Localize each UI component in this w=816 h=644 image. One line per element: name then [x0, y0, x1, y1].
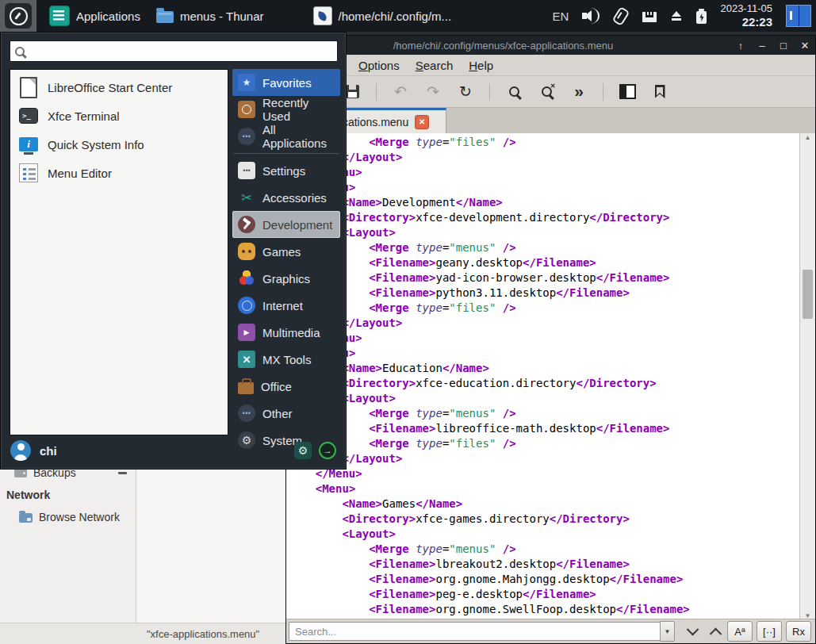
- battery-icon[interactable]: [696, 11, 707, 24]
- minimize-button[interactable]: –: [757, 40, 768, 52]
- menu-editor-icon: [19, 163, 38, 182]
- code-line: <Merge type="files" />: [289, 135, 799, 150]
- category-label: All Applications: [262, 123, 336, 150]
- find-button[interactable]: [504, 82, 524, 102]
- code-line: </Layout>: [289, 316, 799, 331]
- app-item-menu-editor[interactable]: Menu Editor: [10, 159, 228, 187]
- category-development[interactable]: Development: [232, 211, 340, 238]
- scroll-up-icon[interactable]: ▲: [800, 134, 815, 141]
- search-history-dropdown[interactable]: ▼: [660, 621, 675, 642]
- logout-icon[interactable]: →: [319, 442, 336, 459]
- clock-time: 22:23: [720, 15, 772, 29]
- category-games[interactable]: Games: [232, 238, 340, 265]
- category-label: Office: [261, 380, 292, 393]
- code-area[interactable]: <Merge type="files" /> </Layout> </Menu>…: [286, 133, 799, 620]
- save-icon: [346, 85, 359, 98]
- app-label: Menu Editor: [48, 167, 112, 180]
- all-settings-icon[interactable]: ⚙: [294, 442, 312, 459]
- category-label: Settings: [262, 164, 305, 178]
- regex-button[interactable]: Rx: [786, 621, 811, 642]
- menu-options[interactable]: Options: [351, 57, 407, 74]
- shade-button[interactable]: ↑: [735, 40, 746, 52]
- category-label: Games: [262, 245, 301, 259]
- category-mx-tools[interactable]: MX Tools: [232, 346, 340, 373]
- code-line: <Merge type="menus" />: [289, 542, 799, 557]
- workspace-2[interactable]: [799, 6, 811, 26]
- top-panel: Applications menus - Thunar /home/chi/.c…: [0, 0, 816, 32]
- category-favorites[interactable]: Favorites: [232, 69, 340, 96]
- tab-bar: xfce-applications.menu ✕: [286, 108, 815, 135]
- menu-footer: chi ⚙ →: [1, 437, 346, 464]
- menu-button[interactable]: [0, 0, 36, 32]
- category-multimedia[interactable]: Multimedia: [232, 319, 340, 346]
- maximize-button[interactable]: □: [778, 40, 789, 52]
- applications-button[interactable]: Applications: [41, 0, 148, 32]
- unmount-icon[interactable]: [118, 472, 127, 474]
- redo-button[interactable]: ↷: [423, 82, 443, 102]
- vertical-scrollbar[interactable]: ▲ ▼: [799, 133, 815, 620]
- editor-menubar: OptionsSearchHelp: [286, 55, 815, 76]
- category-recently-used[interactable]: Recently Used: [232, 96, 340, 123]
- find-icon: [509, 86, 519, 97]
- category-label: Other: [262, 407, 293, 420]
- category-accessories[interactable]: Accessories: [232, 184, 340, 211]
- reload-button[interactable]: ↻: [455, 82, 476, 102]
- taskbar-item-mousepad[interactable]: /home/chi/.config/m...: [305, 0, 460, 32]
- category-all-applications[interactable]: All Applications: [232, 123, 340, 150]
- category-settings[interactable]: Settings: [232, 157, 340, 184]
- workspace-1[interactable]: [787, 6, 799, 26]
- code-line: </Menu>: [289, 165, 799, 180]
- clipboard-icon[interactable]: [612, 6, 630, 25]
- task-label: menus - Thunar: [180, 10, 264, 23]
- menu-search-input[interactable]: [29, 44, 332, 59]
- code-line: <Filename>yad-icon-browser.desktop</File…: [289, 270, 799, 286]
- go-to-button[interactable]: »: [569, 82, 589, 102]
- tab-close-icon[interactable]: ✕: [415, 115, 429, 129]
- code-line: <Name>Games</Name>: [289, 496, 799, 512]
- workspace-switcher[interactable]: [786, 5, 811, 27]
- code-line: </Menu>: [289, 331, 799, 346]
- search-input[interactable]: [289, 622, 660, 641]
- code-line: <Merge type="menus" />: [289, 406, 799, 421]
- whole-word-button[interactable]: [··]: [757, 621, 782, 642]
- category-internet[interactable]: Internet: [232, 292, 340, 319]
- task-label: /home/chi/.config/m...: [339, 10, 452, 23]
- match-case-button[interactable]: Aª: [727, 621, 753, 642]
- volume-icon[interactable]: [582, 8, 600, 24]
- undo-button[interactable]: ↶: [390, 82, 411, 102]
- sidebar-item-browse-network[interactable]: Browse Network: [19, 511, 120, 523]
- games-icon: [238, 243, 255, 260]
- eject-icon[interactable]: [670, 10, 683, 23]
- find-previous-button[interactable]: [704, 622, 727, 641]
- clock[interactable]: 2023-11-05 22:23: [720, 3, 772, 29]
- code-line: <Filename>org.gnome.SwellFoop.desktop</F…: [289, 602, 799, 617]
- app-item-libreoffice-start-center[interactable]: LibreOffice Start Center: [10, 73, 228, 102]
- bookmark-button[interactable]: [649, 82, 670, 102]
- close-button[interactable]: ✕: [799, 40, 810, 52]
- scrollbar-thumb[interactable]: [803, 270, 813, 319]
- find-replace-button[interactable]: [536, 82, 557, 102]
- menu-search[interactable]: Search: [408, 57, 461, 74]
- category-graphics[interactable]: Graphics: [232, 265, 340, 292]
- find-next-button[interactable]: [681, 622, 704, 641]
- editor-toolbar: ↶↷↻»: [286, 76, 815, 108]
- app-item-xfce-terminal[interactable]: >_Xfce Terminal: [10, 102, 228, 130]
- app-item-quick-system-info[interactable]: iQuick System Info: [10, 130, 228, 159]
- category-other[interactable]: Other: [232, 400, 340, 427]
- code-line: <Directory>xfce-development.directory</D…: [289, 210, 799, 225]
- editor-titlebar[interactable]: /home/chi/.config/menus/xfce-application…: [286, 36, 815, 55]
- menu-search-box[interactable]: [10, 40, 338, 62]
- category-office[interactable]: Office: [232, 373, 340, 400]
- code-line: <Filename>python3.11.desktop</Filename>: [289, 286, 799, 301]
- menu-help[interactable]: Help: [462, 57, 500, 74]
- code-line: <Merge type="files" />: [289, 301, 799, 316]
- code-line: <Filename>geany.desktop</Filename>: [289, 255, 799, 270]
- code-line: <Menu>: [289, 180, 799, 195]
- keyboard-layout-indicator[interactable]: EN: [553, 10, 569, 23]
- side-pane-button[interactable]: [617, 82, 638, 102]
- chevron-up-icon: [710, 627, 722, 640]
- clock-date: 2023-11-05: [720, 3, 772, 15]
- taskbar-item-thunar[interactable]: menus - Thunar: [148, 0, 272, 32]
- category-list: FavoritesRecently UsedAll ApplicationsSe…: [232, 69, 340, 454]
- network-icon[interactable]: [642, 12, 657, 22]
